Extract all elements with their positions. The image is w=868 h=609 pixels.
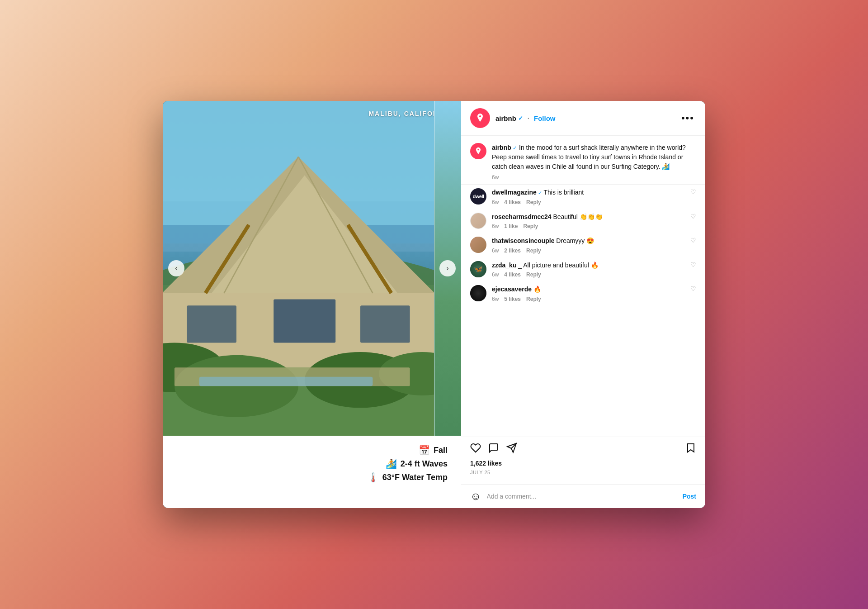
verified-comment: ✓	[537, 190, 542, 195]
heart-icon	[470, 442, 481, 453]
comment-heart-button[interactable]: ♡	[690, 188, 696, 195]
comment-username: thatwisconsincouple	[492, 237, 554, 244]
reply-button[interactable]: Reply	[526, 199, 541, 205]
comment-button[interactable]	[488, 442, 499, 455]
post-header: airbnb ✓ · Follow •••	[461, 101, 705, 136]
reply-button[interactable]: Reply	[526, 247, 541, 254]
comment-time: 6w	[492, 296, 499, 302]
info-item-temp: 🌡️ 63°F Water Temp	[368, 472, 448, 483]
image-area: MALIBU, CALIFORNIA ‹ ›	[163, 101, 461, 436]
comment-likes: 1 like	[504, 223, 518, 229]
info-item-season: 📅 Fall	[419, 445, 448, 456]
comment-body: thatwisconsincouple Dreamyyy 😍 6w 2 like…	[492, 237, 685, 254]
comment-heart-button[interactable]: ♡	[690, 213, 696, 220]
right-panel: airbnb ✓ · Follow ••• airbnb	[461, 101, 705, 508]
caption-content: airbnb ✓ In the mood for a surf shack li…	[492, 143, 696, 181]
post-comment-button[interactable]: Post	[683, 493, 696, 500]
comment-avatar-eje	[470, 285, 486, 301]
comment-likes: 4 likes	[504, 271, 521, 278]
like-button[interactable]	[470, 442, 481, 455]
comment-meta: 6w 4 likes Reply	[492, 271, 685, 278]
follow-button[interactable]: Follow	[534, 114, 556, 122]
reply-button[interactable]: Reply	[526, 271, 541, 278]
share-icon	[506, 442, 517, 453]
comment-text: rosecharmsdmcc24 Beautiful 👏👏👏	[492, 213, 685, 222]
comment-meta: 6w 2 likes Reply	[492, 247, 685, 254]
comment-content: Dreamyyy 😍	[554, 237, 594, 244]
comment-item: dwell dwellmagazine ✓ This is brilliant …	[470, 188, 696, 205]
comments-area: dwell dwellmagazine ✓ This is brilliant …	[461, 185, 705, 437]
comment-text: ejecasaverde 🔥	[492, 285, 685, 294]
comment-input[interactable]	[487, 493, 677, 500]
calendar-emoji: 📅	[419, 445, 430, 456]
info-panel: 📅 Fall 🏄 2-4 ft Waves 🌡️ 63°F Water Temp	[163, 436, 461, 508]
property-image: MALIBU, CALIFORNIA ‹ ›	[163, 101, 461, 436]
comment-time: 6w	[492, 271, 499, 278]
caption-avatar	[470, 143, 486, 159]
caption-username: airbnb	[492, 144, 511, 151]
reply-button[interactable]: Reply	[526, 296, 541, 302]
comment-username: zzda_ku	[492, 262, 516, 269]
caption-row: airbnb ✓ In the mood for a surf shack li…	[470, 143, 696, 181]
comment-heart-button[interactable]: ♡	[690, 285, 696, 292]
temp-emoji: 🌡️	[368, 472, 379, 483]
post-date: JULY 25	[470, 470, 696, 475]
airbnb-avatar	[470, 108, 490, 128]
comment-item: ejecasaverde 🔥 6w 5 likes Reply ♡	[470, 285, 696, 302]
waves-label: 2-4 ft Waves	[401, 459, 448, 469]
actions-area: 1,622 likes JULY 25	[461, 437, 705, 484]
comment-avatar-wisconsin	[470, 237, 486, 253]
comment-username: rosecharmsdmcc24	[492, 213, 552, 220]
more-options-button[interactable]: •••	[679, 111, 696, 125]
surf-emoji: 🏄	[386, 458, 397, 469]
comment-input-area: ☺ Post	[461, 484, 705, 508]
svg-marker-22	[688, 444, 694, 452]
left-panel: MALIBU, CALIFORNIA ‹ › 📅 Fall 🏄	[163, 101, 461, 508]
emoji-button[interactable]: ☺	[470, 490, 481, 503]
comment-time: 6w	[492, 247, 499, 254]
caption-time: 6w	[492, 174, 696, 181]
comment-meta: 6w 5 likes Reply	[492, 296, 685, 302]
prev-image-button[interactable]: ‹	[168, 260, 184, 276]
comment-item: thatwisconsincouple Dreamyyy 😍 6w 2 like…	[470, 237, 696, 254]
rose-avatar-image	[471, 213, 486, 228]
svg-rect-19	[199, 377, 373, 386]
temp-label: 63°F Water Temp	[382, 473, 448, 482]
svg-rect-12	[274, 300, 335, 343]
comment-content: This is brilliant	[542, 189, 584, 196]
comment-heart-button[interactable]: ♡	[690, 237, 696, 244]
reply-button[interactable]: Reply	[523, 223, 538, 229]
verified-badge: ✓	[518, 115, 523, 122]
comment-avatar-rose	[470, 213, 486, 229]
comment-body: dwellmagazine ✓ This is brilliant 6w 4 l…	[492, 188, 685, 205]
save-button[interactable]	[685, 442, 696, 455]
caption-text: airbnb ✓ In the mood for a surf shack li…	[492, 143, 696, 171]
comment-text: thatwisconsincouple Dreamyyy 😍	[492, 237, 685, 246]
comment-likes: 2 likes	[504, 247, 521, 254]
comment-icon	[488, 442, 499, 453]
share-button[interactable]	[506, 442, 517, 455]
likes-count: 1,622 likes	[470, 460, 696, 467]
header-username: airbnb ✓ · Follow	[495, 114, 556, 122]
comment-body: zzda_ku _ All picture and beautiful 🔥 6w…	[492, 261, 685, 278]
comment-heart-button[interactable]: ♡	[690, 261, 696, 268]
dot-separator: ·	[528, 114, 529, 122]
comment-meta: 6w 1 like Reply	[492, 223, 685, 229]
info-item-waves: 🏄 2-4 ft Waves	[386, 458, 448, 469]
comment-avatar-dwell: dwell	[470, 188, 486, 205]
verified-in-caption: ✓	[511, 145, 517, 151]
caption-area: airbnb ✓ In the mood for a surf shack li…	[461, 136, 705, 185]
username-text: airbnb	[495, 114, 516, 122]
comment-content: _ All picture and beautiful 🔥	[516, 262, 598, 269]
comment-time: 6w	[492, 223, 499, 229]
comment-avatar-zzda: 🦋	[470, 261, 486, 277]
comment-text: dwellmagazine ✓ This is brilliant	[492, 188, 685, 197]
comment-meta: 6w 4 likes Reply	[492, 199, 685, 205]
bookmark-icon	[685, 442, 696, 453]
season-label: Fall	[434, 446, 448, 455]
next-image-button[interactable]: ›	[439, 260, 456, 276]
airbnb-logo-icon	[475, 113, 486, 124]
comment-text: zzda_ku _ All picture and beautiful 🔥	[492, 261, 685, 270]
comment-content: 🔥	[532, 285, 541, 293]
comment-body: ejecasaverde 🔥 6w 5 likes Reply	[492, 285, 685, 302]
